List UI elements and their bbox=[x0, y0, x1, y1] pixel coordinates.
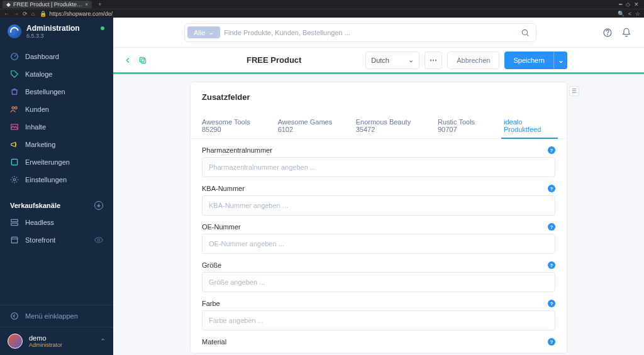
new-tab-button[interactable]: + bbox=[96, 1, 104, 8]
close-tab-icon[interactable]: × bbox=[85, 1, 88, 8]
svg-rect-15 bbox=[140, 57, 144, 62]
main-region: Alle ⌄ FREE Product Dutch bbox=[113, 18, 644, 355]
field-help-icon[interactable]: ? bbox=[548, 223, 555, 231]
svg-point-11 bbox=[522, 30, 527, 35]
sidebar-item-content[interactable]: Inhalte bbox=[0, 118, 113, 136]
sidebar-item-settings[interactable]: Einstellungen bbox=[0, 171, 113, 188]
svg-point-10 bbox=[11, 313, 18, 320]
add-sales-channel-button[interactable]: + bbox=[94, 201, 103, 210]
browser-chrome: ◆ FREE Product | Produkte… × + ━ ◇ ✕ ← →… bbox=[0, 0, 644, 18]
chevron-up-icon: ⌃ bbox=[100, 337, 106, 346]
bag-icon bbox=[10, 87, 19, 96]
nav-star-icon[interactable]: ☆ bbox=[635, 11, 640, 17]
nav-reload-icon[interactable]: ⟳ bbox=[23, 11, 28, 17]
size-input[interactable] bbox=[202, 272, 555, 292]
svg-rect-4 bbox=[11, 159, 17, 165]
svg-point-13 bbox=[608, 35, 608, 35]
field-row-color: Farbe ? bbox=[202, 300, 555, 330]
avatar bbox=[8, 334, 23, 349]
window-minimize-icon[interactable]: ━ bbox=[619, 1, 622, 8]
svg-rect-8 bbox=[11, 239, 17, 243]
back-button[interactable] bbox=[123, 56, 132, 65]
sales-channel-label: Storefront bbox=[25, 236, 55, 244]
tab-rustic-tools[interactable]: Rustic Tools 90707 bbox=[438, 113, 490, 138]
sales-channel-storefront[interactable]: Storefront bbox=[0, 231, 113, 249]
kba-input[interactable] bbox=[202, 195, 555, 216]
page-bar: FREE Product Dutch ⌄ ⋯ Abbrechen Speiche… bbox=[113, 48, 644, 74]
sales-channel-label: Headless bbox=[25, 219, 54, 226]
sidebar-item-orders[interactable]: Bestellungen bbox=[0, 83, 113, 101]
storefront-icon bbox=[10, 236, 19, 244]
browser-tab[interactable]: ◆ FREE Product | Produkte… × bbox=[3, 1, 92, 8]
sidebar-item-extensions[interactable]: Erweiterungen bbox=[0, 153, 113, 171]
gear-icon bbox=[10, 175, 19, 184]
notifications-icon[interactable] bbox=[621, 28, 631, 38]
field-help-icon[interactable]: ? bbox=[548, 146, 555, 154]
brand-title: Administration bbox=[26, 24, 80, 33]
field-help-icon[interactable]: ? bbox=[548, 338, 555, 346]
clone-button[interactable] bbox=[138, 56, 147, 65]
sidebar-item-label: Bestellungen bbox=[25, 88, 65, 96]
context-menu-button[interactable]: ⋯ bbox=[425, 52, 442, 69]
svg-point-2 bbox=[15, 107, 17, 109]
field-help-icon[interactable]: ? bbox=[548, 185, 555, 192]
search-input[interactable] bbox=[224, 29, 517, 36]
address-url[interactable]: https://shopware.com/de/ bbox=[49, 11, 113, 17]
nav-back-icon[interactable]: ← bbox=[4, 11, 9, 17]
window-close-icon[interactable]: ✕ bbox=[634, 1, 639, 8]
sales-channels-header: Verkaufskanäle + bbox=[0, 192, 113, 214]
field-label: KBA-Nummer bbox=[202, 185, 245, 192]
nav-home-icon[interactable]: ⌂ bbox=[31, 11, 35, 17]
megaphone-icon bbox=[10, 140, 19, 149]
collapse-menu-button[interactable]: Menü einklappen bbox=[0, 305, 113, 327]
user-menu[interactable]: demo Administrator ⌃ bbox=[0, 327, 113, 355]
gauge-icon bbox=[10, 52, 19, 61]
language-label: Dutch bbox=[371, 57, 389, 64]
svg-rect-7 bbox=[11, 223, 18, 226]
card-menu-button[interactable]: ☰ bbox=[569, 86, 579, 96]
svg-point-5 bbox=[13, 178, 16, 181]
field-label: Farbe bbox=[202, 300, 220, 307]
sidebar-item-label: Dashboard bbox=[25, 53, 59, 60]
save-options-button[interactable]: ⌄ bbox=[553, 52, 567, 69]
tab-awesome-games[interactable]: Awesome Games 6102 bbox=[278, 113, 342, 138]
sidebar-item-customers[interactable]: Kunden bbox=[0, 101, 113, 118]
tab-enormous-beauty[interactable]: Enormous Beauty 35472 bbox=[356, 113, 424, 138]
color-input[interactable] bbox=[202, 310, 555, 330]
tab-awesome-tools[interactable]: Awesome Tools 85290 bbox=[202, 113, 264, 138]
sidebar-item-marketing[interactable]: Marketing bbox=[0, 136, 113, 153]
save-button[interactable]: Speichern bbox=[504, 52, 553, 69]
oe-input[interactable] bbox=[202, 234, 555, 254]
svg-rect-14 bbox=[142, 58, 146, 63]
nav-search-icon[interactable]: 🔍 bbox=[618, 11, 625, 17]
tab-idealo-produktfeed[interactable]: idealo Produktfeed bbox=[504, 113, 555, 138]
sidebar-item-label: Erweiterungen bbox=[25, 158, 70, 166]
nav-share-icon[interactable]: < bbox=[628, 11, 631, 17]
sidebar-item-catalogues[interactable]: Kataloge bbox=[0, 65, 113, 83]
status-indicator bbox=[101, 26, 104, 30]
field-label: OE-Nummer bbox=[202, 223, 241, 231]
custom-field-tabs: Awesome Tools 85290 Awesome Games 6102 E… bbox=[191, 113, 567, 139]
preview-icon[interactable] bbox=[94, 236, 103, 244]
collapse-label: Menü einklappen bbox=[25, 312, 78, 320]
cancel-button[interactable]: Abbrechen bbox=[447, 52, 499, 69]
field-help-icon[interactable]: ? bbox=[548, 261, 555, 269]
pzn-input[interactable] bbox=[202, 157, 555, 177]
sales-channel-headless[interactable]: Headless bbox=[0, 214, 113, 231]
help-icon[interactable] bbox=[602, 28, 613, 38]
window-maximize-icon[interactable]: ◇ bbox=[626, 1, 630, 8]
field-row-size: Größe ? bbox=[202, 261, 555, 292]
sidebar-item-dashboard[interactable]: Dashboard bbox=[0, 48, 113, 65]
tag-icon bbox=[10, 70, 19, 79]
field-help-icon[interactable]: ? bbox=[548, 300, 555, 307]
search-scope-selector[interactable]: Alle ⌄ bbox=[187, 26, 220, 38]
browser-tab-favicon: ◆ bbox=[6, 1, 11, 8]
search-scope-label: Alle bbox=[194, 29, 205, 36]
nav-forward-icon[interactable]: → bbox=[13, 11, 19, 17]
sidebar-item-label: Marketing bbox=[25, 141, 55, 148]
search-icon[interactable] bbox=[517, 28, 533, 37]
card-title: Zusatzfelder bbox=[191, 82, 567, 109]
user-name: demo bbox=[29, 334, 62, 342]
field-label: Größe bbox=[202, 261, 221, 269]
language-select[interactable]: Dutch ⌄ bbox=[365, 52, 419, 69]
